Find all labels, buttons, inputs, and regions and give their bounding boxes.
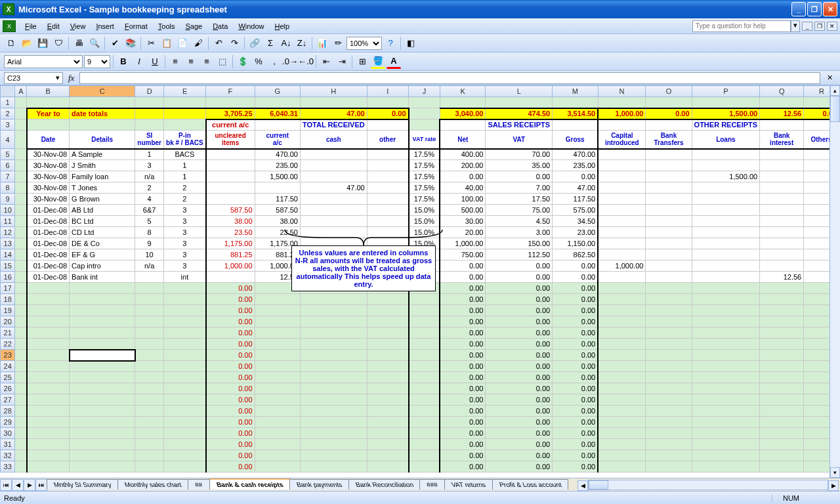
row-header[interactable]: 28 [1,406,15,417]
autosum-icon[interactable]: Σ [263,36,278,51]
col-header[interactable]: J [409,86,440,97]
menu-view[interactable]: View [65,21,91,32]
permission-icon[interactable]: 🛡 [51,36,66,51]
col-header[interactable]: F [206,86,255,97]
row-header[interactable]: 16 [1,272,15,283]
sheet-tab[interactable]: VAT returns [444,479,493,490]
row-header[interactable]: 25 [1,372,15,383]
tab-last-icon[interactable]: ⏭ [35,479,47,491]
sort-asc-icon[interactable]: A↓ [279,36,293,51]
fill-color-icon[interactable]: 🪣 [371,54,385,69]
sage-icon[interactable]: ◧ [404,36,418,51]
menu-help[interactable]: Help [270,21,295,32]
excel-doc-icon[interactable]: X [3,20,16,32]
name-box[interactable]: C23▾ [4,72,63,84]
row-header[interactable]: 6 [1,160,15,171]
tab-next-icon[interactable]: ▶ [24,479,35,491]
col-header[interactable]: P [692,86,760,97]
align-left-icon[interactable]: ≡ [168,54,182,69]
tab-first-icon[interactable]: ⏮ [0,479,12,491]
open-icon[interactable]: 📂 [20,36,34,51]
underline-icon[interactable]: U [148,54,162,69]
row-header[interactable]: 2 [1,108,15,119]
sheet-tab[interactable]: Bank & cash receipts [209,478,290,490]
tab-prev-icon[interactable]: ◀ [12,479,24,491]
formula-input[interactable] [79,72,820,84]
bold-icon[interactable]: B [116,54,131,69]
menu-insert[interactable]: Insert [91,21,119,32]
row-header[interactable]: 19 [1,305,15,316]
row-header[interactable]: 30 [1,428,15,439]
doc-minimize-button[interactable]: _ [802,22,812,31]
hscroll-thumb[interactable] [589,480,608,490]
menu-file[interactable]: File [20,21,42,32]
percent-icon[interactable]: % [251,54,266,69]
chart-icon[interactable]: 📊 [315,36,329,51]
menu-edit[interactable]: Edit [42,21,65,32]
spelling-icon[interactable]: ✔ [108,36,122,51]
sort-desc-icon[interactable]: Z↓ [295,36,309,51]
scroll-thumb[interactable] [830,96,840,122]
copy-icon[interactable]: 📋 [159,36,174,51]
sheet-tab[interactable]: Bank Reconciliation [348,479,421,490]
merge-icon[interactable]: ⬚ [215,54,230,69]
scroll-up-icon[interactable]: ▴ [830,85,840,96]
row-header[interactable]: 7 [1,171,15,182]
row-header[interactable]: 22 [1,339,15,350]
maximize-button[interactable]: ❐ [807,2,822,16]
row-header[interactable]: 21 [1,327,15,339]
close-button[interactable]: ✕ [823,2,837,16]
selected-cell[interactable] [70,350,135,361]
row-header[interactable]: 3 [1,119,15,131]
font-color-icon[interactable]: A [387,54,401,69]
hscroll-right-icon[interactable]: ▶ [828,480,839,491]
col-header[interactable]: C [70,86,135,97]
sheet-tab[interactable]: Profit & Loss account [492,479,569,490]
row-header[interactable]: 5 [1,149,15,160]
col-header[interactable]: I [367,86,408,97]
col-header[interactable]: A [15,86,27,97]
row-header[interactable]: 9 [1,194,15,205]
cut-icon[interactable]: ✂ [144,36,158,51]
comma-icon[interactable]: , [267,54,282,69]
row-header[interactable]: 27 [1,394,15,406]
align-right-icon[interactable]: ≡ [200,54,214,69]
row-header[interactable]: 1 [1,97,15,108]
sheet-tab[interactable]: ## [188,479,209,490]
row-header[interactable]: 10 [1,205,15,216]
col-header[interactable]: E [164,86,206,97]
formula-bar-close[interactable]: ✕ [823,74,836,82]
drawing-icon[interactable]: ✏ [331,36,345,51]
scroll-down-icon[interactable]: ▾ [830,467,840,478]
row-header[interactable]: 23 [1,350,15,361]
col-header[interactable]: H [300,86,367,97]
help-icon[interactable]: ? [383,36,398,51]
new-icon[interactable]: 🗋 [4,36,18,51]
horizontal-scrollbar[interactable]: ◀ ▶ [588,480,828,490]
col-header[interactable]: B [27,86,70,97]
vertical-scrollbar[interactable]: ▴ ▾ [830,85,840,478]
col-header[interactable]: L [486,86,553,97]
menu-tools[interactable]: Tools [153,21,180,32]
menu-data[interactable]: Data [207,21,233,32]
row-header[interactable]: 12 [1,227,15,238]
fx-icon[interactable]: fx [66,73,77,83]
help-dropdown-button[interactable]: ▾ [791,20,800,32]
col-header[interactable]: N [598,86,646,97]
hscroll-left-icon[interactable]: ◀ [578,480,588,491]
font-size-select[interactable]: 9 [84,55,110,68]
row-header[interactable]: 32 [1,450,15,461]
decrease-decimal-icon[interactable]: ←.0 [299,54,313,69]
paste-icon[interactable]: 📄 [175,36,190,51]
row-header[interactable]: 18 [1,294,15,305]
col-header[interactable]: K [440,86,486,97]
row-header[interactable]: 20 [1,316,15,327]
col-header[interactable]: G [255,86,300,97]
undo-icon[interactable]: ↶ [211,36,226,51]
row-header[interactable]: 33 [1,461,15,472]
menu-sage[interactable]: Sage [180,21,207,32]
save-icon[interactable]: 💾 [35,36,50,51]
increase-decimal-icon[interactable]: .0→ [283,54,297,69]
col-header[interactable]: Q [760,86,804,97]
borders-icon[interactable]: ⊞ [355,54,369,69]
